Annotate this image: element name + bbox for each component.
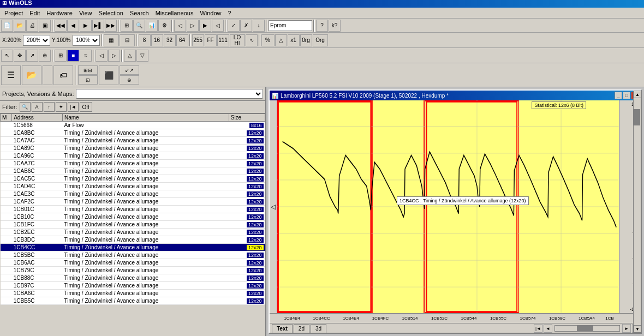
x1-btn[interactable]: x1 (288, 34, 300, 46)
menu-view[interactable]: View (76, 9, 96, 17)
table-row[interactable]: 1CB6ACTiming / Zündwinkel / Avance allum… (1, 259, 265, 267)
zoom-btn[interactable]: 🔍 (133, 20, 145, 32)
tb3-fill[interactable]: ■ (67, 50, 79, 62)
table-row[interactable]: 1CAB6CTiming / Zündwinkel / Avance allum… (1, 167, 265, 175)
play-btn[interactable]: ▶▌ (92, 20, 104, 32)
menu-project[interactable]: Project (1, 9, 26, 17)
open-btn[interactable]: 📂 (14, 20, 26, 32)
table-row[interactable]: 1CAD4CTiming / Zündwinkel / Avance allum… (1, 183, 265, 190)
tb2-btn6[interactable]: 64 (176, 34, 188, 46)
tab-2d[interactable]: 2d (294, 324, 309, 333)
down-btn[interactable]: ↓ (253, 20, 265, 32)
wave-btn[interactable]: ∿ (246, 34, 258, 46)
filter-btn3[interactable]: ↑ (44, 102, 55, 112)
chart-scroll-left[interactable]: ◁ (270, 100, 277, 313)
right-arrow-btn[interactable]: ▷ (187, 20, 199, 32)
menu-selection[interactable]: Selection (96, 9, 127, 17)
table-row[interactable]: 1CB01CTiming / Zündwinkel / Avance allum… (1, 206, 265, 213)
tb3-up[interactable]: △ (124, 50, 136, 62)
table-row[interactable]: 1CB3DCTiming / Zündwinkel / Avance allum… (1, 236, 265, 244)
tb3-right[interactable]: ▷ (108, 50, 120, 62)
tb2-btn3[interactable]: 8 (139, 34, 151, 46)
back-btn[interactable]: ◁ (212, 20, 224, 32)
print-btn[interactable]: 🖨 (26, 20, 38, 32)
menu-edit[interactable]: Edit (26, 9, 43, 17)
table-row[interactable]: 1CBA6CTiming / Zündwinkel / Avance allum… (1, 290, 265, 297)
filter-off-btn[interactable]: Off (80, 102, 92, 112)
large-icon-btn2[interactable]: 📂 (22, 65, 41, 85)
table-row[interactable]: 1CA96CTiming / Zündwinkel / Avance allum… (1, 152, 265, 160)
help-btn[interactable]: ? (316, 20, 328, 32)
menu-search[interactable]: Search (127, 9, 152, 17)
large-icon-btn5[interactable]: ⬛ (99, 65, 118, 85)
chart-btn[interactable]: 📊 (146, 20, 158, 32)
prev-prev-btn[interactable]: ◀◀ (55, 20, 67, 32)
btn4[interactable]: ▣ (39, 20, 51, 32)
eprom-input[interactable]: Eprom (269, 20, 312, 31)
tb3-btn4[interactable]: ⊕ (39, 50, 51, 62)
table-row[interactable]: 1CB1FCTiming / Zündwinkel / Avance allum… (1, 221, 265, 229)
sub-icon-btn4[interactable]: ⊕ (120, 75, 139, 85)
table-row[interactable]: 1CAA7CTiming / Zündwinkel / Avance allum… (1, 160, 265, 167)
org-btn[interactable]: 0rg (300, 34, 312, 46)
large-icon-btn3[interactable] (43, 65, 52, 85)
left-arrow-btn[interactable]: ◁ (174, 20, 186, 32)
delta-btn[interactable]: △ (275, 34, 287, 46)
table-container[interactable]: M Address Name Size 1C5668Air Flow8x161C… (0, 113, 265, 336)
new-btn[interactable]: 📄 (1, 20, 13, 32)
menu-hardware[interactable]: Hardware (43, 9, 76, 17)
tb3-down[interactable]: ▽ (136, 50, 148, 62)
filter-btn1[interactable]: 🔍 (20, 102, 31, 112)
nav-next-btn[interactable]: ► (622, 324, 631, 333)
sub-icon-btn3[interactable]: ↙↗ (120, 65, 139, 75)
filter-btn2[interactable]: A (32, 102, 43, 112)
help2-btn[interactable]: k? (329, 20, 341, 32)
nav-prev-btn[interactable]: ◄ (544, 324, 552, 333)
tab-text[interactable]: Text (272, 324, 293, 333)
sub-icon-btn2[interactable]: ⊡ (78, 75, 98, 85)
table-row[interactable]: 1CB5BCTiming / Zündwinkel / Avance allum… (1, 251, 265, 259)
sub-icon-btn1[interactable]: ⊞⊟ (78, 65, 98, 75)
table-row[interactable]: 1CA8BCTiming / Zündwinkel / Avance allum… (1, 129, 265, 137)
tb2-btn4[interactable]: 16 (151, 34, 163, 46)
tb3-btn3[interactable]: ↗ (26, 50, 38, 62)
fwd-btn[interactable]: ▶ (199, 20, 211, 32)
menu-help[interactable]: ? (225, 9, 235, 17)
table-row[interactable]: 1CA89CTiming / Zündwinkel / Avance allum… (1, 145, 265, 152)
table-row[interactable]: 1C5668Air Flow8x16 (1, 122, 265, 129)
255-btn[interactable]: 255 (192, 34, 204, 46)
111-btn[interactable]: 111 (217, 34, 229, 46)
tab-3d[interactable]: 3d (311, 324, 326, 333)
filter-btn5[interactable]: |◄ (68, 102, 79, 112)
x-zoom-select[interactable]: 200% (23, 35, 50, 46)
projects-select[interactable] (76, 89, 263, 99)
menu-miscellaneous[interactable]: Miscellaneous (152, 9, 197, 17)
lo-hi-btn[interactable]: LO HI (230, 34, 245, 46)
menu-window[interactable]: Window (196, 9, 224, 17)
tb2-btn5[interactable]: 32 (164, 34, 176, 46)
table-row[interactable]: 1CBB5CTiming / Zündwinkel / Avance allum… (1, 297, 265, 305)
large-icon-btn4[interactable]: 🏷 (53, 65, 73, 85)
tb3-btn1[interactable]: ↖ (1, 50, 13, 62)
table-row[interactable]: 1CB4CCTiming / Zündwinkel / Avance allum… (1, 244, 265, 251)
tb2-btn2[interactable]: ⊟ (120, 34, 135, 46)
settings-btn[interactable]: ⚙ (158, 20, 170, 32)
next-btn[interactable]: ▶ (80, 20, 92, 32)
tb3-btn2[interactable]: ✥ (14, 50, 26, 62)
x-btn[interactable]: ✗ (240, 20, 252, 32)
tb3-wave2[interactable]: ≈ (80, 50, 92, 62)
tb3-left[interactable]: ◁ (96, 50, 108, 62)
prev-btn[interactable]: ◀ (67, 20, 79, 32)
table-row[interactable]: 1CAE3CTiming / Zündwinkel / Avance allum… (1, 190, 265, 198)
large-icon-btn1[interactable]: ☰ (1, 65, 21, 85)
filter-btn4[interactable]: ✦ (56, 102, 67, 112)
org2-btn[interactable]: Org (313, 34, 328, 46)
tb3-btn5[interactable]: ⊞ (55, 50, 67, 62)
ff-btn[interactable]: FF (205, 34, 217, 46)
table-row[interactable]: 1CA7ACTiming / Zündwinkel / Avance allum… (1, 137, 265, 145)
horiz-scrollbar[interactable] (554, 325, 620, 332)
check-btn[interactable]: ✓ (228, 20, 240, 32)
maximize-btn[interactable]: □ (623, 92, 630, 99)
table-row[interactable]: 1CAF2CTiming / Zündwinkel / Avance allum… (1, 198, 265, 206)
table-row[interactable]: 1CB97CTiming / Zündwinkel / Avance allum… (1, 282, 265, 290)
